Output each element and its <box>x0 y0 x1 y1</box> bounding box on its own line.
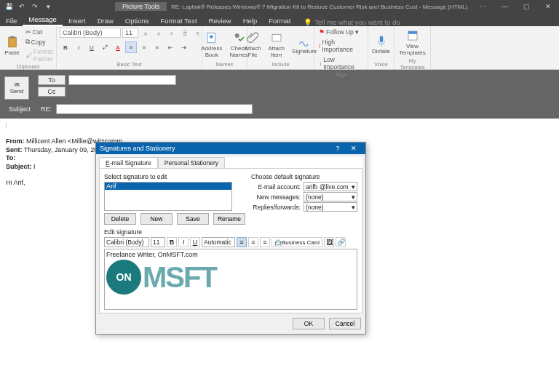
sig-bold-icon[interactable]: B <box>167 237 177 247</box>
tab-options[interactable]: Options <box>119 15 155 26</box>
dialog-close-icon[interactable]: ✕ <box>346 145 362 152</box>
attach-item-button[interactable]: Attach Item <box>265 30 288 60</box>
ribbon-options-icon[interactable]: ⋯ <box>472 3 493 10</box>
low-imp-label: Low Importance <box>323 56 363 71</box>
new-messages-select[interactable]: (none)▾ <box>304 192 357 201</box>
tab-insert[interactable]: Insert <box>63 15 92 26</box>
templates-icon <box>406 29 419 42</box>
highlight-icon[interactable]: 🖍 <box>99 41 111 53</box>
tab-format[interactable]: Format <box>263 15 296 26</box>
insert-picture-icon[interactable]: 🖼 <box>324 237 334 247</box>
font-color-icon[interactable]: A <box>112 41 124 53</box>
svg-point-3 <box>210 35 213 39</box>
signature-list-item[interactable]: Arif <box>105 183 231 190</box>
window-title: RE: Laplink® Releases Windows® 7 Migrati… <box>167 4 472 10</box>
to-button[interactable]: To <box>38 75 66 85</box>
sig-italic-icon[interactable]: I <box>178 237 189 247</box>
cut-button[interactable]: ✂Cut <box>24 28 55 36</box>
tab-file[interactable]: File <box>0 15 23 26</box>
redo-icon[interactable]: ↷ <box>31 2 39 11</box>
rename-button[interactable]: Rename <box>213 213 245 225</box>
delete-button[interactable]: Delete <box>104 213 136 225</box>
sig-align-left-icon[interactable]: ≡ <box>237 237 247 247</box>
signatures-dialog: Signatures and Stationery ? ✕ EE-mail Si… <box>95 142 366 335</box>
chevron-down-icon: ▾ <box>352 204 355 211</box>
send-button[interactable]: ✉ Send <box>4 76 29 100</box>
high-importance-button[interactable]: !High Importance <box>317 38 365 54</box>
cc-field[interactable] <box>68 87 176 97</box>
copy-button[interactable]: ⧉Copy <box>24 37 55 47</box>
tab-personal-stationery[interactable]: Personal Stationery <box>158 157 225 168</box>
copy-icon: ⧉ <box>25 38 30 46</box>
format-painter-label: Format Painter <box>33 48 53 63</box>
dictate-label: Dictate <box>372 48 390 55</box>
undo-icon[interactable]: ↶ <box>17 2 26 11</box>
tab-email-signature[interactable]: EE-mail Signature-mail Signature <box>99 157 158 168</box>
sig-font-select[interactable]: Calibri (Body) <box>104 237 149 247</box>
shrink-font-icon[interactable]: A <box>153 28 164 39</box>
signature-edit-toolbar: Calibri (Body) 11 B I U Automatic ≡ ≡ ≡ … <box>104 237 357 247</box>
email-account-select[interactable]: arifb @live.com▾ <box>304 182 357 191</box>
tab-draw[interactable]: Draw <box>92 15 119 26</box>
low-importance-button[interactable]: ↓Low Importance <box>317 55 365 71</box>
numbering-icon[interactable]: ≣ <box>179 28 191 39</box>
context-tab-picture-tools: Picture Tools <box>115 2 167 11</box>
grow-font-icon[interactable]: A <box>140 28 151 39</box>
italic-icon[interactable]: I <box>73 41 84 53</box>
sig-align-right-icon[interactable]: ≡ <box>260 237 270 247</box>
address-book-button[interactable]: Address Book <box>198 30 225 60</box>
indent-inc-icon[interactable]: ⇥ <box>178 41 189 53</box>
tab-message[interactable]: Message <box>23 14 63 26</box>
tab-review[interactable]: Review <box>203 15 237 26</box>
attach-file-button[interactable]: Attach File <box>242 30 264 60</box>
qat-more-icon[interactable]: ▾ <box>44 2 52 11</box>
save-sig-button[interactable]: Save <box>177 213 209 225</box>
underline-icon[interactable]: U <box>86 41 98 53</box>
sig-align-center-icon[interactable]: ≡ <box>248 237 258 247</box>
sig-color-select[interactable]: Automatic <box>202 237 235 247</box>
align-center-icon[interactable]: ≡ <box>138 41 150 53</box>
font-size-select[interactable]: 11 <box>122 28 138 38</box>
dialog-title: Signatures and Stationery <box>100 145 175 152</box>
business-card-button[interactable]: 📇 Business Card <box>271 237 322 247</box>
quick-access-toolbar: 💾 ↶ ↷ ▾ <box>0 2 57 11</box>
new-button[interactable]: New <box>140 213 173 225</box>
signature-list[interactable]: Arif <box>104 182 232 211</box>
tell-me[interactable]: 💡 Tell me what you want to do <box>304 18 400 26</box>
indent-dec-icon[interactable]: ⇤ <box>164 41 176 53</box>
svg-rect-1 <box>10 36 15 38</box>
subject-field[interactable] <box>56 104 253 114</box>
close-icon[interactable]: ✕ <box>537 3 559 10</box>
maximize-icon[interactable]: ▢ <box>515 3 537 10</box>
signature-editor[interactable]: Freelance Writer, OnMSFT.com ON MSFT <box>104 249 357 310</box>
replies-select[interactable]: (none)▾ <box>304 202 357 212</box>
insert-link-icon[interactable]: 🔗 <box>336 237 346 247</box>
minimize-icon[interactable]: — <box>493 3 515 10</box>
dictate-button[interactable]: Dictate <box>369 33 393 56</box>
tab-format-text[interactable]: Format Text <box>155 15 203 26</box>
bullets-icon[interactable]: ≡ <box>166 28 178 39</box>
sig-underline-icon[interactable]: U <box>190 237 200 247</box>
follow-up-button[interactable]: ⚑Follow Up▾ <box>317 28 360 36</box>
ok-button[interactable]: OK <box>293 318 325 329</box>
group-voice: Voice <box>374 61 387 68</box>
paste-button[interactable]: Paste <box>1 34 22 57</box>
save-icon[interactable]: 💾 <box>4 2 13 11</box>
dialog-help-icon[interactable]: ? <box>330 145 346 152</box>
sig-size-select[interactable]: 11 <box>151 237 165 247</box>
tab-help[interactable]: Help <box>237 15 263 26</box>
window-controls: ⋯ — ▢ ✕ <box>472 3 559 10</box>
align-left-icon[interactable]: ≡ <box>125 41 137 53</box>
subject-label-body: Subject: <box>6 163 32 170</box>
align-right-icon[interactable]: ≡ <box>151 41 163 53</box>
cancel-button[interactable]: Cancel <box>329 318 361 329</box>
email-account-value: arifb @live.com <box>306 183 349 191</box>
font-name-select[interactable]: Calibri (Body) <box>60 28 121 38</box>
bold-icon[interactable]: B <box>60 41 71 53</box>
default-sig-label: Choose default signature <box>251 173 357 180</box>
view-templates-button[interactable]: View Templates <box>396 28 428 57</box>
follow-up-label: Follow Up <box>326 28 354 36</box>
to-field[interactable] <box>68 75 176 85</box>
cc-button[interactable]: Cc <box>38 87 66 97</box>
attach-file-label: Attach File <box>245 45 261 58</box>
